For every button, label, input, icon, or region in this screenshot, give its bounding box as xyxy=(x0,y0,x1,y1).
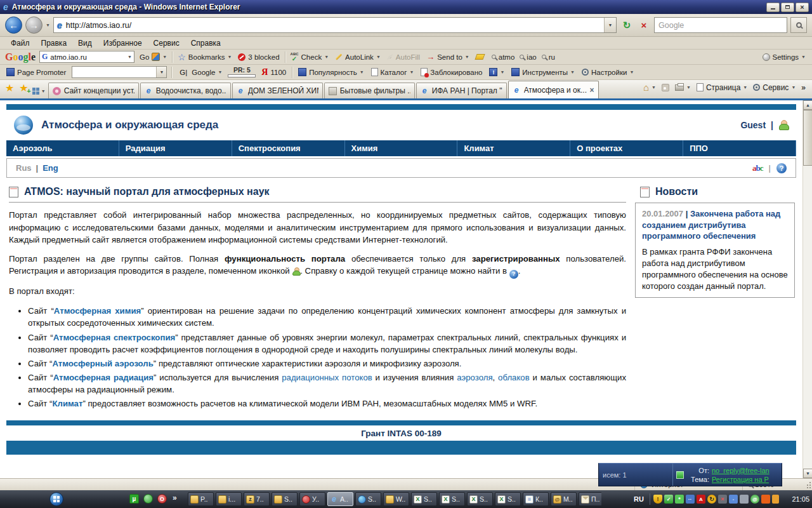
language-indicator[interactable]: RU xyxy=(634,495,644,503)
menu-item[interactable]: Справка xyxy=(185,37,226,49)
history-dropdown[interactable]: ▼ xyxy=(46,23,50,27)
browser-tab[interactable]: ДОМ ЗЕЛЕНОЙ ХИМИИ × xyxy=(232,83,323,98)
spellcheck-button[interactable]: ABC✓Check▼ xyxy=(289,52,331,62)
mail-notification-popup[interactable]: исем: 1 От:no_reply@free-lan Тема:Регист… xyxy=(598,463,782,486)
tray-icon[interactable] xyxy=(653,495,662,504)
blocked-button[interactable]: Заблокировано xyxy=(419,68,483,76)
scroll-up-button[interactable]: ▲ xyxy=(803,100,812,110)
menu-item[interactable]: Файл xyxy=(5,37,36,49)
home-button[interactable]: ⌂▼ xyxy=(643,83,656,92)
window-titlebar[interactable]: e Атмосфера и окружающая среда - Windows… xyxy=(0,0,812,14)
favorites-button[interactable]: ★ xyxy=(5,83,14,93)
url-text[interactable]: http://atmos.iao.ru/ xyxy=(66,21,132,30)
taskbar-button[interactable]: A.. xyxy=(327,492,353,506)
taskbar-button[interactable]: S.. xyxy=(355,492,381,506)
bookmarks-button[interactable]: ☆Bookmarks▼ xyxy=(176,53,233,62)
stop-button[interactable]: × xyxy=(637,18,651,32)
menu-item[interactable]: Правка xyxy=(36,37,73,49)
close-button[interactable]: × xyxy=(796,3,809,12)
tray-icon[interactable] xyxy=(718,495,727,504)
start-button[interactable] xyxy=(49,492,63,506)
nav-item[interactable]: ППО xyxy=(683,140,796,156)
tray-icon[interactable] xyxy=(761,495,770,504)
taskbar-clock[interactable]: 21:05 xyxy=(787,495,809,503)
browser-tab[interactable]: Водоочистка, водо... × xyxy=(140,83,231,98)
quick-launch-chevron[interactable]: » xyxy=(173,493,177,502)
tools-menu-button[interactable]: Сервис▼ xyxy=(753,83,796,92)
word-find-button[interactable]: iao xyxy=(518,53,537,61)
menu-item[interactable]: Вид xyxy=(72,37,98,49)
link-clouds[interactable]: облаков xyxy=(498,373,530,382)
scroll-down-button[interactable]: ▼ xyxy=(803,469,812,478)
more-toolbar-chevron[interactable]: » xyxy=(801,83,806,92)
resize-grip[interactable] xyxy=(803,479,812,490)
taskbar-button[interactable]: S.. xyxy=(411,492,437,506)
send-to-button[interactable]: →Send to▼ xyxy=(425,52,471,62)
tray-icon[interactable] xyxy=(697,495,705,504)
menu-item[interactable]: Сервис xyxy=(148,37,185,49)
site-link-chemistry[interactable]: Атмосферная химия xyxy=(54,306,141,316)
add-favorite-button[interactable]: ★+ xyxy=(19,83,28,93)
promoter-google-button[interactable]: G|Google▼ xyxy=(176,66,223,78)
google-search-value[interactable]: atmo.iao.ru xyxy=(50,53,87,61)
tray-icon[interactable] xyxy=(772,495,779,504)
google-go-button[interactable]: Go ▼ xyxy=(138,53,168,61)
tab-close-icon[interactable]: × xyxy=(590,86,594,95)
promoter-settings-button[interactable]: Настройки▼ xyxy=(580,69,635,76)
word-find-button[interactable]: ru xyxy=(540,53,556,61)
tray-icon[interactable] xyxy=(707,495,716,504)
word-find-button[interactable]: atmo xyxy=(490,53,516,61)
google-search-input[interactable]: G atmo.iao.ru ▼ xyxy=(39,51,134,63)
browser-tab[interactable]: Бытовые фильтры ... × xyxy=(324,83,415,98)
menu-item[interactable]: Избранное xyxy=(98,37,148,49)
taskbar-button[interactable]: 7.. xyxy=(244,492,270,506)
taskbar-button[interactable]: S.. xyxy=(495,492,521,506)
link-aerosol[interactable]: аэрозоля xyxy=(457,373,492,382)
quick-launch-icon[interactable] xyxy=(157,494,167,504)
tools-button[interactable]: Инструменты▼ xyxy=(510,68,576,76)
google-settings-button[interactable]: Settings▼ xyxy=(761,53,808,61)
taskbar-button[interactable]: М.. xyxy=(551,492,577,506)
popularity-button[interactable]: Популярность▼ xyxy=(297,68,365,76)
nav-item[interactable]: Радиация xyxy=(119,140,232,156)
nav-item[interactable]: Климат xyxy=(457,140,570,156)
taskbar-button[interactable]: У.. xyxy=(299,492,325,506)
site-link-spectroscopy[interactable]: Атмосферная спектроскопия xyxy=(53,333,175,342)
maximize-button[interactable] xyxy=(781,3,794,12)
taskbar-button[interactable]: i... xyxy=(216,492,242,506)
browser-tab[interactable]: Атмосфера и ок... × xyxy=(508,81,599,98)
browser-tab[interactable]: Сайт концепции уст... × xyxy=(48,83,139,98)
user-login-icon[interactable] xyxy=(778,120,789,130)
vertical-scrollbar[interactable]: ▲ ▼ xyxy=(802,100,812,478)
catalog-button[interactable]: Каталог▼ xyxy=(370,68,416,76)
promoter-combo-dropdown[interactable]: ▼ xyxy=(156,67,166,77)
mail-from-value[interactable]: no_reply@free-lan xyxy=(712,466,769,475)
popup-blocked-button[interactable]: 3 blocked xyxy=(237,53,280,61)
taskbar-button[interactable]: К.. xyxy=(523,492,549,506)
taskbar-button[interactable]: W.. xyxy=(383,492,409,506)
autolink-button[interactable]: AutoLink▼ xyxy=(334,53,382,61)
site-link-aerosol[interactable]: Атмосферный аэрозоль xyxy=(52,359,153,368)
search-input[interactable]: Google xyxy=(654,17,787,33)
tray-icon[interactable] xyxy=(750,495,759,504)
tray-icon[interactable] xyxy=(675,495,684,504)
taskbar-button[interactable]: S.. xyxy=(467,492,493,506)
nav-item[interactable]: Химия xyxy=(345,140,458,156)
taskbar-button[interactable]: S.. xyxy=(439,492,465,506)
lang-eng-link[interactable]: Eng xyxy=(43,163,58,173)
browser-tab[interactable]: ИФА РАН | Портал "... × xyxy=(416,83,507,98)
scrollbar-thumb[interactable] xyxy=(803,110,812,166)
quick-tabs-button[interactable]: ▼ xyxy=(32,88,48,98)
minimize-button[interactable] xyxy=(766,3,780,12)
print-button[interactable]: ▼ xyxy=(675,84,691,91)
highlighter-button[interactable] xyxy=(475,54,485,60)
site-link-climate[interactable]: Климат xyxy=(52,399,82,408)
link-radiative-fluxes[interactable]: радиационных потоков xyxy=(282,373,372,382)
nav-item[interactable]: О проектах xyxy=(570,140,683,156)
tray-icon[interactable] xyxy=(664,495,673,504)
url-field[interactable]: e http://atmos.iao.ru/ ▼ xyxy=(53,17,617,33)
back-button[interactable]: ← xyxy=(5,17,22,34)
mail-subject-value[interactable]: Регистрация на Р xyxy=(712,475,769,484)
site-link-radiation[interactable]: Атмосферная радиация xyxy=(53,373,154,382)
quick-launch-icon[interactable] xyxy=(129,494,139,504)
